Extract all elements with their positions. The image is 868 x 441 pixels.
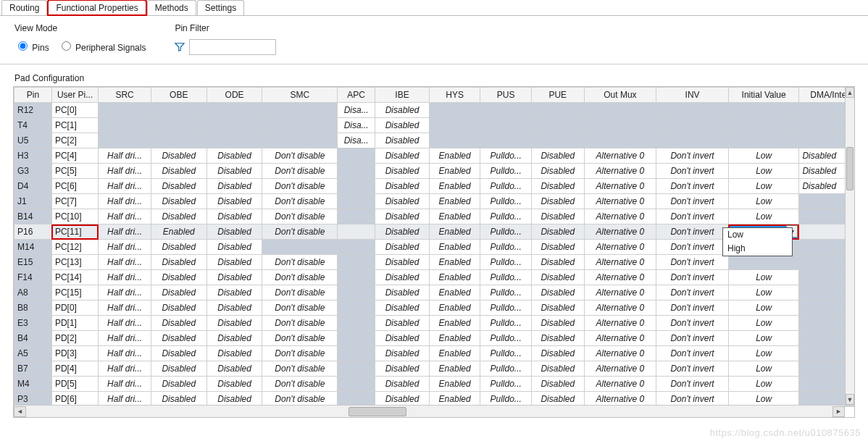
cell-apc[interactable] <box>338 301 375 316</box>
cell-smc[interactable]: Don't disable <box>262 270 338 285</box>
cell-inv[interactable]: Don't invert <box>656 301 729 316</box>
cell-upin[interactable]: PC[13] <box>51 255 98 270</box>
cell-pin[interactable]: E3 <box>14 316 52 331</box>
cell-mux[interactable]: Alternative 0 <box>584 240 656 255</box>
cell-iv[interactable]: Low <box>728 194 799 209</box>
cell-obe[interactable]: Disabled <box>151 240 206 255</box>
cell-iv[interactable]: Low <box>728 270 799 285</box>
col-header[interactable]: APC <box>338 88 375 103</box>
cell-upin[interactable]: PD[5] <box>51 377 98 392</box>
cell-iv[interactable] <box>728 133 799 148</box>
cell-ibe[interactable]: Disabled <box>375 179 430 194</box>
cell-src[interactable]: Half dri... <box>99 148 151 164</box>
cell-apc[interactable] <box>338 285 375 301</box>
cell-ibe[interactable]: Disabled <box>375 118 430 133</box>
cell-mux[interactable]: Alternative 0 <box>584 164 656 179</box>
cell-src[interactable]: Half dri... <box>99 164 151 179</box>
cell-inv[interactable] <box>656 133 729 148</box>
cell-ibe[interactable]: Disabled <box>375 164 430 179</box>
cell-pin[interactable]: E15 <box>14 255 52 270</box>
cell-inv[interactable]: Don't invert <box>656 377 729 392</box>
cell-pus[interactable]: Pulldo... <box>480 209 532 224</box>
table-row[interactable]: G3PC[5]Half dri...DisabledDisabledDon't … <box>14 164 856 179</box>
cell-inv[interactable]: Don't invert <box>656 179 729 194</box>
cell-apc[interactable] <box>338 361 375 377</box>
cell-pus[interactable]: Pulldo... <box>480 179 532 194</box>
cell-pin[interactable]: G3 <box>14 164 52 179</box>
cell-ibe[interactable]: Disabled <box>375 361 430 377</box>
col-header[interactable]: INV <box>656 88 729 103</box>
dropdown-option[interactable]: Low <box>723 228 792 242</box>
cell-pue[interactable]: Disabled <box>531 301 584 316</box>
cell-ode[interactable] <box>206 118 262 133</box>
cell-inv[interactable]: Don't invert <box>656 164 729 179</box>
cell-apc[interactable] <box>338 164 375 179</box>
cell-pin[interactable]: T4 <box>14 118 52 133</box>
cell-inv[interactable]: Don't invert <box>656 255 729 270</box>
cell-iv[interactable]: Low <box>728 301 799 316</box>
cell-pus[interactable]: Pulldo... <box>480 194 532 209</box>
cell-pin[interactable]: P16 <box>14 224 52 240</box>
table-row[interactable]: B7PD[4]Half dri...DisabledDisabledDon't … <box>14 361 856 377</box>
cell-pus[interactable]: Pulldo... <box>480 240 532 255</box>
scroll-up-button[interactable]: ▲ <box>846 87 854 98</box>
cell-mux[interactable]: Alternative 0 <box>584 377 656 392</box>
tab-functional-properties[interactable]: Functional Properties <box>48 0 146 15</box>
cell-pin[interactable]: B4 <box>14 331 52 346</box>
cell-obe[interactable]: Enabled <box>151 224 206 240</box>
cell-smc[interactable]: Don't disable <box>262 285 338 301</box>
table-row[interactable]: R12PC[0]Disa...Disabled <box>14 103 856 118</box>
cell-ibe[interactable]: Disabled <box>375 240 430 255</box>
cell-smc[interactable]: Don't disable <box>262 331 338 346</box>
cell-hys[interactable]: Enabled <box>429 316 480 331</box>
cell-apc[interactable] <box>338 224 375 240</box>
cell-apc[interactable] <box>338 255 375 270</box>
cell-src[interactable]: Half dri... <box>99 377 151 392</box>
col-header[interactable]: IBE <box>375 88 430 103</box>
cell-ibe[interactable]: Disabled <box>375 255 430 270</box>
col-header[interactable]: OBE <box>151 88 206 103</box>
cell-pue[interactable]: Disabled <box>531 361 584 377</box>
cell-obe[interactable]: Disabled <box>151 179 206 194</box>
cell-upin[interactable]: PC[12] <box>51 240 98 255</box>
cell-pus[interactable]: Pulldo... <box>480 255 532 270</box>
cell-ode[interactable]: Disabled <box>206 240 262 255</box>
cell-apc[interactable] <box>338 346 375 361</box>
cell-upin[interactable]: PC[0] <box>51 103 98 118</box>
table-row[interactable]: U5PC[2]Disa...Disabled <box>14 133 856 148</box>
cell-iv[interactable] <box>728 118 799 133</box>
cell-ode[interactable] <box>206 103 262 118</box>
cell-upin[interactable]: PD[1] <box>51 316 98 331</box>
cell-smc[interactable]: Don't disable <box>262 301 338 316</box>
cell-apc[interactable] <box>338 331 375 346</box>
cell-ode[interactable] <box>206 133 262 148</box>
cell-pin[interactable]: M4 <box>14 377 52 392</box>
cell-pue[interactable]: Disabled <box>531 164 584 179</box>
pin-filter-input[interactable] <box>189 39 276 55</box>
cell-mux[interactable]: Alternative 0 <box>584 346 656 361</box>
cell-pin[interactable]: U5 <box>14 133 52 148</box>
table-row[interactable]: J1PC[7]Half dri...DisabledDisabledDon't … <box>14 194 856 209</box>
cell-inv[interactable]: Don't invert <box>656 224 729 240</box>
cell-hys[interactable]: Enabled <box>429 209 480 224</box>
cell-ode[interactable]: Disabled <box>206 164 262 179</box>
cell-pue[interactable]: Disabled <box>531 316 584 331</box>
cell-upin[interactable]: PC[14] <box>51 270 98 285</box>
horizontal-scrollbar[interactable]: ◄ ► <box>14 405 845 417</box>
cell-upin[interactable]: PC[1] <box>51 118 98 133</box>
cell-apc[interactable] <box>338 209 375 224</box>
cell-pue[interactable] <box>531 118 584 133</box>
table-row[interactable]: A5PD[3]Half dri...DisabledDisabledDon't … <box>14 346 856 361</box>
cell-obe[interactable]: Disabled <box>151 331 206 346</box>
cell-inv[interactable]: Don't invert <box>656 285 729 301</box>
tab-methods[interactable]: Methods <box>147 0 196 15</box>
cell-ibe[interactable]: Disabled <box>375 301 430 316</box>
cell-ibe[interactable]: Disabled <box>375 316 430 331</box>
col-header[interactable]: User Pi... <box>51 88 98 103</box>
table-row[interactable]: F14PC[14]Half dri...DisabledDisabledDon'… <box>14 270 856 285</box>
cell-ode[interactable]: Disabled <box>206 331 262 346</box>
cell-apc[interactable] <box>338 316 375 331</box>
cell-ibe[interactable]: Disabled <box>375 148 430 164</box>
cell-mux[interactable]: Alternative 0 <box>584 224 656 240</box>
col-header[interactable]: HYS <box>429 88 480 103</box>
